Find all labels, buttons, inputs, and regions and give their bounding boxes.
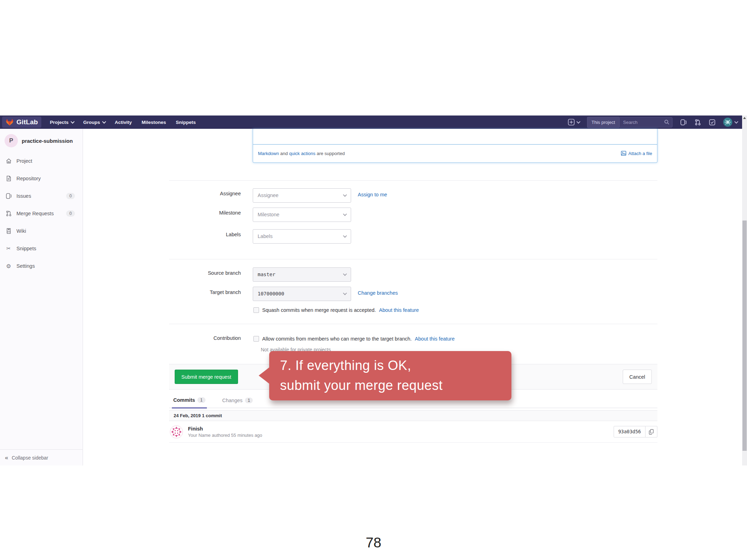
- scrollbar-thumb[interactable]: [742, 220, 747, 451]
- gitlab-logo[interactable]: GitLab: [2, 117, 41, 128]
- commit-meta: Your Name authored 55 minutes ago: [188, 433, 262, 438]
- squash-commits-label: Squash commits when merge request is acc…: [262, 307, 376, 313]
- double-chevron-left-icon: «: [5, 454, 8, 461]
- nav-item-snippets[interactable]: Snippets: [176, 120, 196, 125]
- search-scope-button[interactable]: This project: [587, 117, 619, 128]
- tab-commits[interactable]: Commits 1: [172, 397, 207, 408]
- chevron-down-icon: [70, 120, 74, 124]
- chevron-down-icon: [343, 193, 347, 197]
- home-icon: [5, 158, 12, 164]
- sidebar-item-wiki[interactable]: Wiki: [0, 222, 83, 240]
- chevron-down-icon: [343, 291, 347, 295]
- sidebar-item-label: Merge Requests: [16, 211, 54, 216]
- file-icon: [5, 175, 12, 182]
- scrollbar-up-arrow[interactable]: [743, 117, 746, 119]
- target-branch-select[interactable]: 107000000: [253, 287, 351, 301]
- nav-item-milestones[interactable]: Milestones: [141, 120, 166, 125]
- labels-dropdown[interactable]: Labels: [253, 229, 351, 244]
- plus-square-icon: [568, 119, 575, 126]
- annotation-callout: 7. If everything is OK, submit your merg…: [269, 351, 511, 400]
- callout-line-2: submit your merge request: [280, 376, 511, 396]
- sidebar-item-label: Repository: [16, 176, 41, 181]
- page-number: 78: [0, 535, 747, 551]
- scissors-icon: ✂: [5, 245, 12, 252]
- left-sidebar: P practice-submission Project: [0, 129, 83, 465]
- todos-nav-icon[interactable]: [709, 119, 715, 126]
- project-avatar: P: [5, 134, 18, 147]
- squash-commits-row: Squash commits when merge request is acc…: [253, 307, 419, 313]
- collapse-sidebar-label: Collapse sidebar: [12, 455, 48, 461]
- squash-commits-checkbox[interactable]: [253, 307, 259, 313]
- sidebar-item-settings[interactable]: ⚙ Settings: [0, 257, 83, 275]
- chevron-down-icon: [343, 272, 347, 276]
- commits-date-header: 24 Feb, 2019 1 commit: [169, 410, 657, 421]
- tab-commits-badge: 1: [197, 397, 205, 403]
- change-branches-link[interactable]: Change branches: [358, 290, 398, 296]
- cancel-button[interactable]: Cancel: [623, 370, 652, 384]
- milestone-dropdown-value: Milestone: [258, 212, 279, 217]
- user-menu[interactable]: [723, 118, 737, 127]
- gitlab-logo-text: GitLab: [16, 118, 38, 126]
- main-content: Markdown and quick actions are supported…: [83, 129, 742, 465]
- assignee-dropdown-value: Assignee: [258, 192, 279, 198]
- project-header[interactable]: P practice-submission: [0, 129, 83, 147]
- sidebar-item-label: Snippets: [16, 246, 36, 251]
- sidebar-nav: Project Repository: [0, 152, 83, 275]
- commit-identicon: [170, 425, 183, 439]
- submit-merge-request-button[interactable]: Submit merge request: [175, 370, 238, 384]
- hint-text: are supported: [317, 151, 345, 156]
- assign-to-me-link[interactable]: Assign to me: [358, 192, 387, 197]
- chevron-down-icon: [577, 120, 580, 124]
- attach-file-button[interactable]: Attach a file: [621, 151, 652, 156]
- sidebar-item-repository[interactable]: Repository: [0, 170, 83, 187]
- assignee-label: Assignee: [169, 191, 241, 196]
- sidebar-item-merge-requests[interactable]: Merge Requests 0: [0, 205, 83, 222]
- assignee-dropdown[interactable]: Assignee: [253, 188, 351, 203]
- sidebar-item-snippets[interactable]: ✂ Snippets: [0, 240, 83, 257]
- squash-about-link[interactable]: About this feature: [379, 307, 419, 313]
- sidebar-item-project[interactable]: Project: [0, 152, 83, 170]
- nav-item-activity[interactable]: Activity: [115, 120, 132, 125]
- gear-icon: ⚙: [5, 263, 12, 270]
- collapse-sidebar-button[interactable]: « Collapse sidebar: [0, 449, 83, 465]
- tab-commits-label: Commits: [173, 397, 195, 403]
- new-menu-button[interactable]: [568, 119, 579, 126]
- description-textarea[interactable]: [253, 129, 657, 145]
- nav-item-label: Snippets: [176, 120, 196, 125]
- labels-label: Labels: [169, 232, 241, 237]
- issues-nav-icon[interactable]: [680, 119, 687, 126]
- description-editor: Markdown and quick actions are supported…: [253, 129, 657, 163]
- tab-changes[interactable]: Changes 1: [221, 398, 254, 408]
- divider: [169, 324, 657, 324]
- callout-line-1: 7. If everything is OK,: [280, 356, 511, 376]
- quick-actions-link[interactable]: quick actions: [289, 151, 315, 156]
- contribution-checkbox[interactable]: [253, 336, 259, 342]
- chevron-down-icon: [343, 212, 347, 216]
- markdown-link[interactable]: Markdown: [258, 151, 279, 156]
- nav-item-label: Milestones: [141, 120, 166, 125]
- sidebar-item-label: Issues: [16, 193, 31, 199]
- copy-sha-button[interactable]: [645, 426, 657, 438]
- chevron-down-icon: [734, 120, 738, 124]
- milestone-dropdown[interactable]: Milestone: [253, 208, 351, 222]
- image-icon: [621, 151, 626, 156]
- merge-request-nav-icon[interactable]: [694, 119, 701, 126]
- nav-item-groups[interactable]: Groups: [83, 120, 105, 125]
- nav-item-projects[interactable]: Projects: [50, 120, 73, 125]
- attach-file-label: Attach a file: [628, 151, 652, 156]
- sidebar-item-issues[interactable]: Issues 0: [0, 187, 83, 205]
- nav-item-label: Projects: [50, 120, 68, 125]
- slide: GitLab Projects Groups Activity Mileston…: [0, 0, 747, 560]
- editor-footer: Markdown and quick actions are supported…: [253, 145, 657, 162]
- source-branch-select[interactable]: master: [253, 267, 351, 282]
- commit-row: Finish Your Name authored 55 minutes ago…: [169, 421, 657, 443]
- divider: [169, 259, 657, 259]
- contribution-label: Contribution: [169, 335, 241, 341]
- top-navbar: GitLab Projects Groups Activity Mileston…: [0, 115, 742, 129]
- tab-changes-label: Changes: [222, 398, 243, 403]
- issues-icon: [5, 193, 12, 199]
- search-icon[interactable]: [664, 119, 670, 126]
- contribution-about-link[interactable]: About this feature: [415, 336, 455, 342]
- divider: [169, 180, 657, 181]
- source-branch-label: Source branch: [169, 270, 241, 276]
